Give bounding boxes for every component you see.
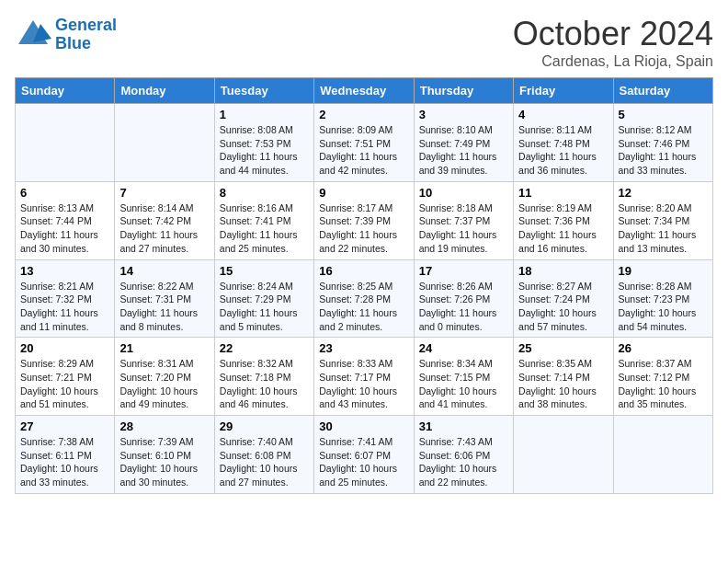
calendar-cell bbox=[16, 104, 115, 182]
day-number: 20 bbox=[20, 341, 109, 355]
header-friday: Friday bbox=[514, 78, 613, 104]
month-title: October 2024 bbox=[513, 15, 713, 53]
day-info: Sunrise: 8:25 AM Sunset: 7:28 PM Dayligh… bbox=[319, 280, 408, 334]
calendar-cell: 20Sunrise: 8:29 AM Sunset: 7:21 PM Dayli… bbox=[16, 338, 115, 416]
calendar-cell: 16Sunrise: 8:25 AM Sunset: 7:28 PM Dayli… bbox=[314, 259, 414, 338]
calendar-cell: 23Sunrise: 8:33 AM Sunset: 7:17 PM Dayli… bbox=[314, 338, 414, 416]
header-sunday: Sunday bbox=[16, 78, 115, 104]
day-info: Sunrise: 8:14 AM Sunset: 7:42 PM Dayligh… bbox=[119, 201, 209, 256]
day-number: 24 bbox=[419, 341, 508, 355]
day-number: 26 bbox=[619, 341, 708, 355]
header-thursday: Thursday bbox=[414, 78, 513, 104]
calendar-cell: 4Sunrise: 8:11 AM Sunset: 7:48 PM Daylig… bbox=[514, 104, 613, 182]
logo-icon bbox=[15, 15, 51, 55]
day-info: Sunrise: 8:24 AM Sunset: 7:29 PM Dayligh… bbox=[220, 280, 309, 334]
logo-text: General Blue bbox=[55, 17, 117, 53]
day-info: Sunrise: 8:12 AM Sunset: 7:46 PM Dayligh… bbox=[619, 123, 708, 178]
day-number: 1 bbox=[220, 108, 309, 121]
day-number: 9 bbox=[319, 186, 408, 200]
day-info: Sunrise: 7:38 AM Sunset: 6:11 PM Dayligh… bbox=[20, 435, 109, 489]
header-monday: Monday bbox=[115, 78, 214, 104]
day-info: Sunrise: 8:35 AM Sunset: 7:14 PM Dayligh… bbox=[518, 357, 608, 411]
day-number: 2 bbox=[319, 108, 408, 121]
day-info: Sunrise: 7:41 AM Sunset: 6:07 PM Dayligh… bbox=[319, 435, 408, 489]
calendar-cell: 31Sunrise: 7:43 AM Sunset: 6:06 PM Dayli… bbox=[414, 416, 513, 494]
week-row-1: 1Sunrise: 8:08 AM Sunset: 7:53 PM Daylig… bbox=[16, 104, 713, 182]
day-info: Sunrise: 8:28 AM Sunset: 7:23 PM Dayligh… bbox=[619, 280, 708, 334]
day-info: Sunrise: 8:20 AM Sunset: 7:34 PM Dayligh… bbox=[619, 201, 708, 256]
day-number: 4 bbox=[518, 108, 608, 121]
day-info: Sunrise: 8:17 AM Sunset: 7:39 PM Dayligh… bbox=[319, 201, 408, 256]
calendar-cell: 1Sunrise: 8:08 AM Sunset: 7:53 PM Daylig… bbox=[214, 104, 313, 182]
day-number: 27 bbox=[20, 419, 109, 433]
logo-line2: Blue bbox=[55, 34, 91, 52]
day-number: 16 bbox=[319, 264, 408, 278]
header-saturday: Saturday bbox=[613, 78, 712, 104]
calendar-cell: 10Sunrise: 8:18 AM Sunset: 7:37 PM Dayli… bbox=[414, 181, 513, 259]
calendar-cell bbox=[514, 416, 613, 494]
calendar-cell: 19Sunrise: 8:28 AM Sunset: 7:23 PM Dayli… bbox=[613, 259, 712, 338]
day-number: 6 bbox=[20, 186, 109, 200]
day-number: 23 bbox=[319, 341, 408, 355]
day-info: Sunrise: 8:34 AM Sunset: 7:15 PM Dayligh… bbox=[419, 357, 508, 411]
week-row-3: 13Sunrise: 8:21 AM Sunset: 7:32 PM Dayli… bbox=[16, 259, 713, 338]
calendar-cell: 17Sunrise: 8:26 AM Sunset: 7:26 PM Dayli… bbox=[414, 259, 513, 338]
calendar-cell: 22Sunrise: 8:32 AM Sunset: 7:18 PM Dayli… bbox=[214, 338, 313, 416]
day-info: Sunrise: 8:09 AM Sunset: 7:51 PM Dayligh… bbox=[319, 123, 408, 178]
day-info: Sunrise: 7:39 AM Sunset: 6:10 PM Dayligh… bbox=[119, 435, 209, 489]
day-number: 7 bbox=[119, 186, 209, 200]
calendar-cell: 26Sunrise: 8:37 AM Sunset: 7:12 PM Dayli… bbox=[613, 338, 712, 416]
calendar-cell: 30Sunrise: 7:41 AM Sunset: 6:07 PM Dayli… bbox=[314, 416, 414, 494]
calendar-cell: 27Sunrise: 7:38 AM Sunset: 6:11 PM Dayli… bbox=[16, 416, 115, 494]
calendar-cell: 21Sunrise: 8:31 AM Sunset: 7:20 PM Dayli… bbox=[115, 338, 214, 416]
day-number: 21 bbox=[119, 341, 209, 355]
day-info: Sunrise: 8:19 AM Sunset: 7:36 PM Dayligh… bbox=[518, 201, 608, 256]
day-info: Sunrise: 7:40 AM Sunset: 6:08 PM Dayligh… bbox=[220, 435, 309, 489]
day-info: Sunrise: 8:13 AM Sunset: 7:44 PM Dayligh… bbox=[20, 201, 109, 256]
day-number: 3 bbox=[419, 108, 508, 121]
day-info: Sunrise: 8:10 AM Sunset: 7:49 PM Dayligh… bbox=[419, 123, 508, 178]
day-info: Sunrise: 7:43 AM Sunset: 6:06 PM Dayligh… bbox=[419, 435, 508, 489]
calendar-cell: 28Sunrise: 7:39 AM Sunset: 6:10 PM Dayli… bbox=[115, 416, 214, 494]
day-number: 11 bbox=[518, 186, 608, 200]
week-row-5: 27Sunrise: 7:38 AM Sunset: 6:11 PM Dayli… bbox=[16, 416, 713, 494]
calendar-cell: 29Sunrise: 7:40 AM Sunset: 6:08 PM Dayli… bbox=[214, 416, 313, 494]
day-number: 8 bbox=[220, 186, 309, 200]
logo: General Blue bbox=[15, 15, 117, 55]
week-row-4: 20Sunrise: 8:29 AM Sunset: 7:21 PM Dayli… bbox=[16, 338, 713, 416]
calendar-cell: 8Sunrise: 8:16 AM Sunset: 7:41 PM Daylig… bbox=[214, 181, 313, 259]
header-tuesday: Tuesday bbox=[214, 78, 313, 104]
day-number: 30 bbox=[319, 419, 408, 433]
day-info: Sunrise: 8:32 AM Sunset: 7:18 PM Dayligh… bbox=[220, 357, 309, 411]
day-number: 17 bbox=[419, 264, 508, 278]
calendar-cell: 6Sunrise: 8:13 AM Sunset: 7:44 PM Daylig… bbox=[16, 181, 115, 259]
calendar-cell: 2Sunrise: 8:09 AM Sunset: 7:51 PM Daylig… bbox=[314, 104, 414, 182]
day-number: 12 bbox=[619, 186, 708, 200]
calendar-cell: 11Sunrise: 8:19 AM Sunset: 7:36 PM Dayli… bbox=[514, 181, 613, 259]
calendar-cell: 15Sunrise: 8:24 AM Sunset: 7:29 PM Dayli… bbox=[214, 259, 313, 338]
logo-line1: General bbox=[55, 16, 117, 34]
calendar-cell: 25Sunrise: 8:35 AM Sunset: 7:14 PM Dayli… bbox=[514, 338, 613, 416]
calendar-cell: 13Sunrise: 8:21 AM Sunset: 7:32 PM Dayli… bbox=[16, 259, 115, 338]
subtitle: Cardenas, La Rioja, Spain bbox=[513, 53, 713, 70]
header: General Blue October 2024 Cardenas, La R… bbox=[15, 15, 713, 70]
header-wednesday: Wednesday bbox=[314, 78, 414, 104]
day-info: Sunrise: 8:18 AM Sunset: 7:37 PM Dayligh… bbox=[419, 201, 508, 256]
calendar-cell: 12Sunrise: 8:20 AM Sunset: 7:34 PM Dayli… bbox=[613, 181, 712, 259]
day-number: 22 bbox=[220, 341, 309, 355]
week-row-2: 6Sunrise: 8:13 AM Sunset: 7:44 PM Daylig… bbox=[16, 181, 713, 259]
day-number: 5 bbox=[619, 108, 708, 121]
calendar-cell: 9Sunrise: 8:17 AM Sunset: 7:39 PM Daylig… bbox=[314, 181, 414, 259]
day-info: Sunrise: 8:22 AM Sunset: 7:31 PM Dayligh… bbox=[119, 280, 209, 334]
calendar-table: SundayMondayTuesdayWednesdayThursdayFrid… bbox=[15, 77, 713, 494]
calendar-cell bbox=[613, 416, 712, 494]
day-info: Sunrise: 8:29 AM Sunset: 7:21 PM Dayligh… bbox=[20, 357, 109, 411]
day-number: 10 bbox=[419, 186, 508, 200]
day-number: 14 bbox=[119, 264, 209, 278]
header-row: SundayMondayTuesdayWednesdayThursdayFrid… bbox=[16, 78, 713, 104]
day-number: 29 bbox=[220, 419, 309, 433]
calendar-cell: 18Sunrise: 8:27 AM Sunset: 7:24 PM Dayli… bbox=[514, 259, 613, 338]
calendar-cell: 7Sunrise: 8:14 AM Sunset: 7:42 PM Daylig… bbox=[115, 181, 214, 259]
day-number: 19 bbox=[619, 264, 708, 278]
day-info: Sunrise: 8:33 AM Sunset: 7:17 PM Dayligh… bbox=[319, 357, 408, 411]
